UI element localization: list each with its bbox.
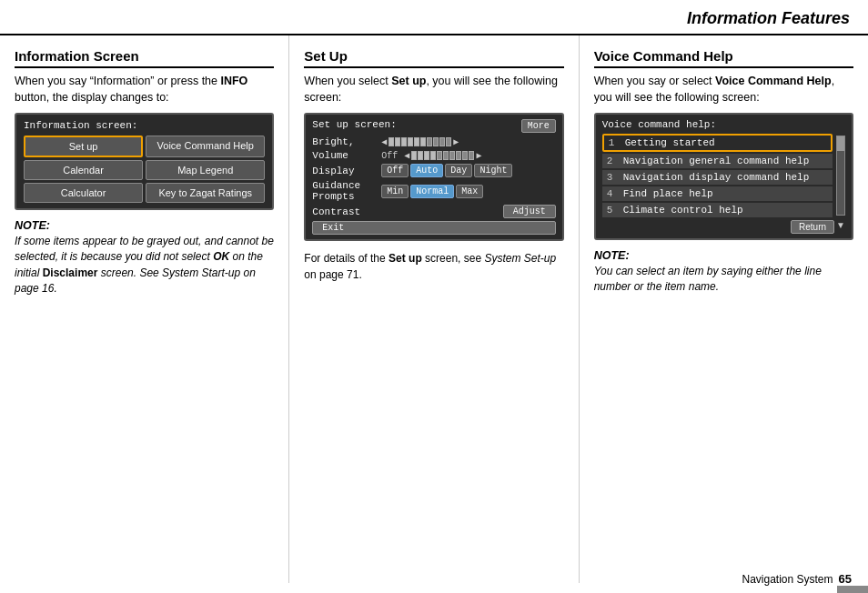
seg (462, 151, 468, 160)
seg (469, 151, 474, 160)
setup-label-bright: Bright, (312, 136, 378, 147)
footer-page-number: 65 (839, 572, 852, 586)
page-title: Information Features (687, 9, 850, 27)
seg (449, 151, 455, 160)
section-title-setup: Set Up (304, 48, 563, 68)
footer-nav-label: Navigation System (742, 573, 833, 586)
info-screen-mock: Information screen: Set up Voice Command… (15, 113, 274, 210)
section-subtitle-setup: When you select Set up, you will see the… (304, 74, 563, 106)
voice-item-1[interactable]: 1 Getting started (602, 134, 833, 152)
seg (389, 137, 394, 146)
page-footer: Navigation System 65 (742, 572, 852, 586)
setup-row-contrast: Contrast Adjust (312, 205, 555, 218)
seg (408, 137, 413, 146)
slider-left-volume[interactable]: ◀ (404, 150, 409, 161)
voice-item-num-5: 5 (607, 205, 618, 216)
setup-screen-mock: Set up screen: More Bright, ◀ (304, 113, 563, 241)
section-subtitle-info: When you say “Information” or press the … (15, 74, 274, 106)
slider-bar-bright (389, 137, 451, 146)
voice-scrollbar[interactable] (836, 136, 845, 216)
voice-item-text-1: Getting started (625, 137, 715, 148)
setup-label-contrast: Contrast (312, 206, 378, 217)
setup-label-display: Display (312, 166, 378, 176)
setup-label-volume: Volume (312, 150, 378, 161)
guidance-opt-max[interactable]: Max (456, 185, 483, 198)
seg (418, 151, 423, 160)
voice-item-text-5: Climate control help (623, 205, 743, 216)
page-header: Information Features (0, 0, 868, 35)
voice-item-5[interactable]: 5 Climate control help (602, 203, 833, 217)
section-title-voice: Voice Command Help (594, 48, 853, 68)
display-opt-off[interactable]: Off (381, 164, 409, 177)
guidance-opt-min[interactable]: Min (381, 185, 409, 198)
content-area: Information Screen When you say “Informa… (0, 35, 868, 583)
voice-item-num-1: 1 (609, 137, 620, 148)
voice-item-text-2: Navigation general command help (623, 156, 810, 166)
note-label-3: NOTE: (594, 249, 853, 262)
slider-right-bright[interactable]: ▶ (453, 136, 459, 147)
info-btn-calculator[interactable]: Calculator (24, 183, 143, 203)
voice-item-num-2: 2 (607, 156, 618, 166)
setup-row-bright: Bright, ◀ ▶ (312, 136, 555, 147)
seg (446, 137, 451, 146)
guidance-opt-normal[interactable]: Normal (410, 185, 454, 198)
setup-row-guidance: Guidance Prompts Min Normal Max (312, 180, 555, 202)
voice-item-text-3: Navigation display command help (623, 172, 810, 183)
voice-item-num-4: 4 (607, 188, 618, 199)
voice-item-4[interactable]: 4 Find place help (602, 186, 833, 201)
setup-screen-header: Set up screen: More (312, 119, 555, 133)
scroll-down (837, 586, 868, 593)
setup-more-btn[interactable]: More (521, 119, 556, 133)
note-text-3: You can select an item by saying either … (594, 264, 853, 296)
seg (430, 151, 436, 160)
display-opt-auto[interactable]: Auto (410, 164, 443, 177)
scroll-down-arrow[interactable]: ▼ (836, 220, 845, 234)
seg (424, 151, 429, 160)
scroll-thumb (837, 136, 844, 151)
voice-screen-mock: Voice command help: 1 Getting started 2 … (594, 113, 853, 240)
section-title-info: Information Screen (15, 48, 274, 68)
seg (439, 137, 445, 146)
voice-items-list: 1 Getting started 2 Navigation general c… (602, 134, 833, 217)
info-btn-calendar[interactable]: Calendar (24, 160, 143, 180)
info-btn-zagat[interactable]: Key to Zagat Ratings (146, 183, 265, 203)
voice-item-text-4: Find place help (623, 188, 713, 199)
setup-body-text: For details of the Set up screen, see Sy… (304, 250, 563, 283)
seg (443, 151, 449, 160)
seg (437, 151, 442, 160)
setup-row-display: Display Off Auto Day Night (312, 164, 555, 177)
voice-item-3[interactable]: 3 Navigation display command help (602, 170, 833, 185)
info-btn-maplegend[interactable]: Map Legend (146, 160, 265, 180)
slider-right-volume[interactable]: ▶ (476, 150, 481, 161)
info-screen-title: Information screen: (24, 120, 265, 131)
setup-exit-btn[interactable]: Exit (312, 221, 555, 235)
contrast-adjust-btn[interactable]: Adjust (503, 205, 556, 218)
note-text-1: If some items appear to be grayed out, a… (15, 234, 274, 297)
seg (433, 137, 439, 146)
info-screen-grid: Set up Voice Command Help Calendar Map L… (24, 136, 265, 203)
guidance-options: Min Normal Max (381, 185, 483, 198)
display-opt-night[interactable]: Night (474, 164, 512, 177)
column-setup: Set Up When you select Set up, you will … (289, 35, 579, 583)
seg (411, 151, 417, 160)
setup-row-volume: Volume Off ◀ (312, 150, 555, 161)
seg (427, 137, 432, 146)
setup-label-guidance: Guidance Prompts (312, 180, 378, 202)
slider-left-bright[interactable]: ◀ (381, 136, 387, 147)
voice-item-num-3: 3 (607, 172, 618, 183)
display-opt-day[interactable]: Day (445, 164, 472, 177)
info-btn-voice[interactable]: Voice Command Help (146, 136, 265, 157)
voice-return-btn[interactable]: Return (791, 220, 834, 234)
voice-screen-title: Voice command help: (602, 119, 845, 130)
display-options: Off Auto Day Night (381, 164, 512, 177)
seg (420, 137, 426, 146)
info-btn-setup[interactable]: Set up (24, 136, 143, 157)
seg (395, 137, 400, 146)
slider-bright: ◀ ▶ (381, 136, 459, 147)
voice-item-2[interactable]: 2 Navigation general command help (602, 154, 833, 168)
note-label-1: NOTE: (15, 219, 274, 232)
voice-screen-footer: Return ▼ (602, 220, 845, 234)
column-information-screen: Information Screen When you say “Informa… (0, 35, 289, 583)
column-voice-command: Voice Command Help When you say or selec… (580, 35, 868, 583)
setup-screen-title: Set up screen: (312, 119, 396, 133)
